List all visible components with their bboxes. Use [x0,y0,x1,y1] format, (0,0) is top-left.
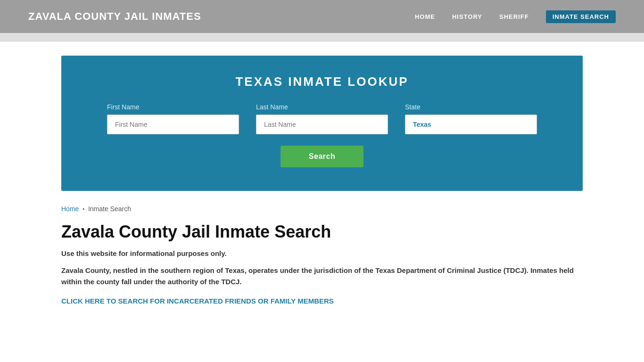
breadcrumb-separator: • [83,206,84,212]
state-input[interactable] [405,115,537,134]
search-button[interactable]: Search [281,146,363,167]
sub-header-line [0,33,644,41]
nav-history[interactable]: HISTORY [452,13,482,20]
main-content: Zavala County Jail Inmate Search Use thi… [61,222,583,305]
first-name-field-group: First Name [107,103,239,134]
state-field-group: State [405,103,537,134]
first-name-input[interactable] [107,115,239,134]
click-here-link[interactable]: CLICK HERE to Search for Incarcerated Fr… [61,297,334,305]
breadcrumb: Home • Inmate Search [61,205,583,213]
search-fields-row: First Name Last Name State [90,103,554,134]
search-banner: TEXAS INMATE LOOKUP First Name Last Name… [61,56,583,191]
page-heading: Zavala County Jail Inmate Search [61,222,583,242]
info-body: Zavala County, nestled in the southern r… [61,265,583,288]
info-subheading: Use this website for informational purpo… [61,249,583,257]
breadcrumb-home-link[interactable]: Home [61,205,79,213]
last-name-input[interactable] [256,115,388,134]
site-header: ZAVALA COUNTY JAIL INMATES HOME HISTORY … [0,0,644,33]
state-label: State [405,103,537,111]
nav-sheriff[interactable]: SHERIFF [499,13,529,20]
main-nav: HOME HISTORY SHERIFF INMATE SEARCH [415,10,616,23]
site-title: ZAVALA COUNTY JAIL INMATES [28,10,201,23]
search-form: First Name Last Name State Search [90,103,554,167]
nav-inmate-search[interactable]: INMATE SEARCH [546,10,616,23]
nav-home[interactable]: HOME [415,13,435,20]
last-name-label: Last Name [256,103,388,111]
first-name-label: First Name [107,103,239,111]
search-banner-title: TEXAS INMATE LOOKUP [90,74,554,89]
last-name-field-group: Last Name [256,103,388,134]
breadcrumb-current: Inmate Search [88,205,131,213]
